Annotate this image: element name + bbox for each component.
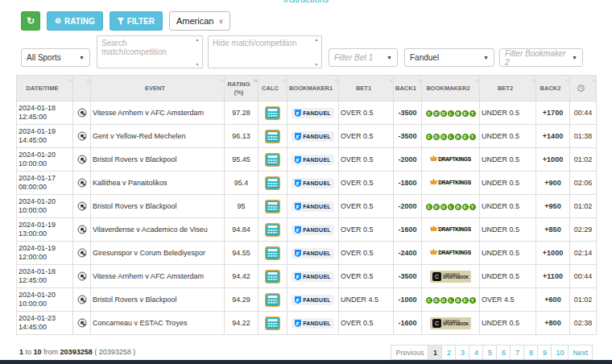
filter-bet1-select[interactable]: Filter Bet 1 ▼: [329, 48, 398, 67]
bookmaker1-cell[interactable]: FANDUEL: [287, 172, 339, 195]
calculator-icon[interactable]: [265, 176, 280, 190]
bookmaker1-cell[interactable]: FANDUEL: [287, 288, 339, 312]
calc-cell[interactable]: [258, 125, 287, 148]
draftkings-logo[interactable]: DRAFTKINGS: [430, 155, 471, 162]
page-button-3[interactable]: 3: [455, 345, 469, 360]
fanduel-logo[interactable]: FANDUEL: [292, 178, 333, 188]
rating-button[interactable]: ⚙ RATING: [47, 11, 103, 31]
countdown-cell: 02:14: [570, 242, 597, 265]
calc-cell[interactable]: [258, 288, 287, 312]
bookmaker1-cell[interactable]: FANDUEL: [287, 265, 339, 288]
bookmaker2-cell[interactable]: DRAFTKINGS: [422, 218, 480, 242]
col-header-sport[interactable]: ↑↓: [73, 76, 91, 101]
fanduel-logo[interactable]: FANDUEL: [292, 131, 333, 142]
col-header-event[interactable]: EVENT↑↓: [91, 76, 225, 101]
filter-button[interactable]: FILTER: [110, 11, 163, 31]
calculator-icon[interactable]: [265, 200, 280, 213]
calc-cell[interactable]: [258, 195, 287, 218]
col-header-back1[interactable]: BACK1↑↓: [394, 76, 422, 101]
calculator-icon[interactable]: [265, 293, 280, 307]
calc-cell[interactable]: [258, 242, 287, 265]
draftkings-logo[interactable]: DRAFTKINGS: [430, 249, 471, 255]
bookmaker1-cell[interactable]: FANDUEL: [287, 242, 339, 265]
page-button-5[interactable]: 5: [482, 345, 497, 360]
page-button-9[interactable]: 9: [537, 345, 552, 360]
page-button-1[interactable]: 1: [428, 345, 442, 360]
fanduel-logo[interactable]: FANDUEL: [292, 271, 333, 282]
page-button-2[interactable]: 2: [441, 345, 456, 360]
page-button-4[interactable]: 4: [469, 345, 483, 360]
bookmaker2-cell[interactable]: COOLBET: [422, 288, 480, 312]
coolbet-logo[interactable]: COOLBET: [426, 110, 476, 117]
bookmaker1-cell[interactable]: FANDUEL: [287, 218, 339, 242]
col-header-datetime[interactable]: DATE/TIME↑↓: [17, 76, 73, 101]
bookmaker1-cell[interactable]: FANDUEL: [287, 312, 339, 335]
bookmaker2-cell[interactable]: CCAESARSSPORTSBOOK: [422, 265, 480, 288]
bookmaker2-cell[interactable]: DRAFTKINGS: [422, 242, 480, 265]
col-header-back2[interactable]: BACK2↑↓: [536, 76, 570, 101]
coolbet-logo[interactable]: COOLBET: [426, 134, 476, 140]
search-match-input[interactable]: [97, 35, 203, 68]
caesars-sportsbook-logo[interactable]: CCAESARSSPORTSBOOK: [430, 271, 471, 283]
calculator-icon[interactable]: [265, 223, 280, 237]
bookmaker1-cell[interactable]: FANDUEL: [287, 101, 339, 125]
caesars-sportsbook-logo[interactable]: CCAESARSSPORTSBOOK: [430, 317, 471, 329]
calculator-icon[interactable]: [265, 153, 280, 167]
time-text: 14:45:00: [19, 323, 71, 332]
calculator-icon[interactable]: [265, 130, 280, 143]
bookmaker2-cell[interactable]: COOLBET: [422, 101, 480, 125]
coolbet-logo[interactable]: COOLBET: [426, 204, 476, 210]
bookmaker2-cell[interactable]: DRAFTKINGS: [422, 148, 480, 172]
fanduel-logo[interactable]: FANDUEL: [292, 318, 333, 329]
calc-cell[interactable]: [258, 101, 287, 125]
calc-cell[interactable]: [258, 312, 287, 335]
page-button-6[interactable]: 6: [496, 345, 511, 360]
calc-cell[interactable]: [258, 265, 287, 288]
filter-bookmaker2-select[interactable]: Filter Bookmaker 2 ▼: [499, 48, 583, 67]
col-header-bookmaker2[interactable]: BOOKMAKER2↑↓: [422, 76, 480, 101]
page-button-10[interactable]: 10: [551, 345, 569, 360]
bookmaker2-cell[interactable]: COOLBET: [422, 125, 480, 148]
col-header-countdown[interactable]: ↑↓: [570, 76, 597, 101]
hide-match-input[interactable]: [208, 35, 322, 68]
page-button-7[interactable]: 7: [510, 345, 524, 360]
calculator-icon[interactable]: [265, 246, 280, 260]
refresh-button[interactable]: ↻: [21, 11, 40, 31]
calc-cell[interactable]: [258, 148, 287, 172]
fanduel-logo[interactable]: FANDUEL: [292, 225, 333, 235]
bookmaker2-cell[interactable]: CCAESARSSPORTSBOOK: [422, 312, 480, 335]
col-header-bet2[interactable]: BET2↑↓: [480, 76, 536, 101]
fanduel-logo-text: FANDUEL: [303, 227, 330, 233]
fanduel-logo[interactable]: FANDUEL: [292, 108, 333, 118]
calculator-icon[interactable]: [265, 270, 280, 283]
fanduel-logo[interactable]: FANDUEL: [292, 155, 333, 165]
bookmaker1-cell[interactable]: FANDUEL: [287, 125, 339, 148]
sort-icon: ↑↓: [254, 78, 257, 85]
fanduel-logo[interactable]: FANDUEL: [292, 248, 333, 259]
calc-cell[interactable]: [258, 172, 287, 195]
bookmaker1-cell[interactable]: FANDUEL: [287, 195, 339, 218]
col-header-bet1[interactable]: BET1↑↓: [339, 76, 394, 101]
coolbet-logo[interactable]: COOLBET: [426, 297, 476, 304]
col-header-bookmaker1[interactable]: BOOKMAKER1↑↓: [287, 76, 339, 101]
filter-bookmaker1-select[interactable]: Fanduel ▼: [404, 48, 494, 67]
fanduel-logo[interactable]: FANDUEL: [292, 201, 333, 212]
calculator-icon[interactable]: [265, 316, 280, 330]
draftkings-logo[interactable]: DRAFTKINGS: [430, 225, 471, 232]
odds-format-select[interactable]: American ∨: [169, 11, 230, 31]
page-button-previous[interactable]: Previous: [391, 345, 428, 360]
calc-cell[interactable]: [258, 218, 287, 242]
draftkings-logo[interactable]: DRAFTKINGS: [430, 179, 471, 185]
bookmaker2-cell[interactable]: DRAFTKINGS: [422, 172, 480, 195]
bookmaker2-cell[interactable]: COOLBET: [422, 195, 480, 218]
instructions-link[interactable]: Instructions: [283, 0, 329, 4]
page-button-8[interactable]: 8: [523, 345, 538, 360]
col-header-calc[interactable]: CALC↑↓: [258, 76, 287, 101]
sport-select[interactable]: All Sports ▼: [21, 48, 90, 67]
table-row: 2024-01-23 14:45:00 Concarneau v ESTAC T…: [17, 312, 597, 335]
bookmaker1-cell[interactable]: FANDUEL: [287, 148, 339, 172]
fanduel-logo[interactable]: FANDUEL: [292, 295, 333, 305]
page-button-next[interactable]: Next: [568, 345, 593, 360]
calculator-icon[interactable]: [265, 106, 280, 120]
col-header-rating[interactable]: RATING (%)↑↓: [225, 76, 258, 101]
